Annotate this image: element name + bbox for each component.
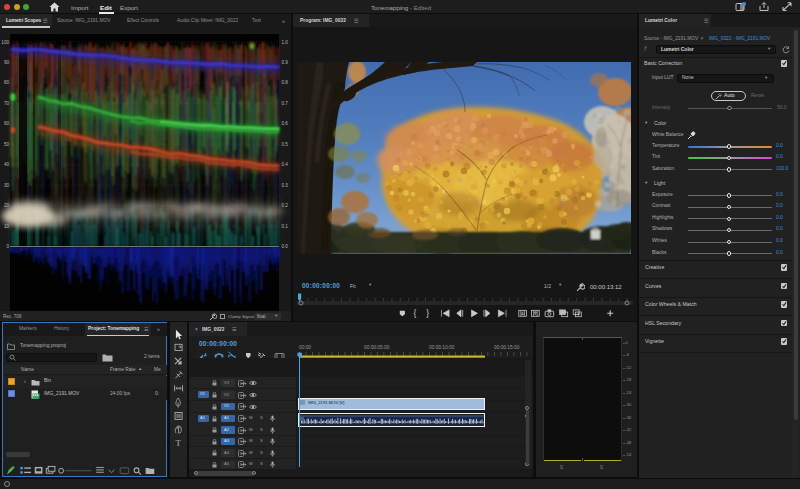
svg-text:20: 20 — [4, 203, 10, 208]
svg-text:00:00: 00:00 — [299, 345, 311, 350]
svg-text:0.2: 0.2 — [282, 203, 289, 208]
svg-text:50: 50 — [4, 142, 10, 147]
svg-text:0.7: 0.7 — [282, 101, 289, 106]
svg-text:30: 30 — [4, 183, 10, 188]
svg-text:100: 100 — [1, 40, 9, 45]
svg-text:00:00:05:00: 00:00:05:00 — [364, 345, 390, 350]
svg-text:60: 60 — [4, 121, 10, 126]
svg-text:00:00:15:00: 00:00:15:00 — [494, 345, 520, 350]
svg-text:0.6: 0.6 — [282, 121, 289, 126]
svg-text:0.3: 0.3 — [282, 183, 289, 188]
svg-text:0: 0 — [6, 244, 9, 249]
svg-text:}: } — [426, 308, 429, 318]
svg-text:00:00:10:00: 00:00:10:00 — [429, 345, 455, 350]
svg-text:40: 40 — [4, 162, 10, 167]
svg-text:0.0: 0.0 — [282, 244, 289, 249]
svg-text:0.5: 0.5 — [282, 142, 289, 147]
svg-text:90: 90 — [4, 60, 10, 65]
svg-text:80: 80 — [4, 80, 10, 85]
svg-text:0.8: 0.8 — [282, 80, 289, 85]
svg-text:10: 10 — [4, 224, 10, 229]
svg-text:0.9: 0.9 — [282, 60, 289, 65]
svg-text:70: 70 — [4, 101, 10, 106]
svg-text:0.1: 0.1 — [282, 224, 289, 229]
svg-text:0.4: 0.4 — [282, 162, 289, 167]
svg-text:{: { — [413, 308, 416, 318]
svg-text:1.0: 1.0 — [282, 40, 289, 45]
svg-text:T: T — [175, 438, 181, 448]
